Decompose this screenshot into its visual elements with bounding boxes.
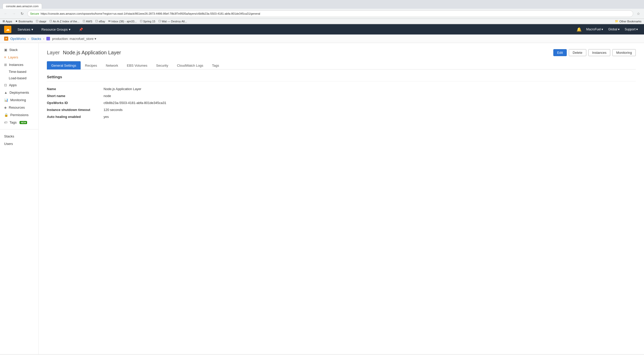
back-button[interactable]: ← (3, 11, 9, 17)
pin-button[interactable]: 📌 (77, 26, 85, 33)
stack-name[interactable]: production: macrofuel_store ▾ (52, 37, 96, 41)
sidebar-item-stacks-bottom[interactable]: Stacks (0, 133, 38, 140)
bookmark-inbox[interactable]: ✉ Inbox (38) - ajm33... (108, 20, 137, 23)
reload-button[interactable]: ↻ (19, 11, 25, 17)
sidebar-item-deployments[interactable]: ▲ Deployments (0, 89, 38, 96)
breadcrumb-sep-1: › (28, 37, 29, 41)
sidebar-label-stack: Stack (9, 48, 18, 52)
breadcrumb-sep-2: › (43, 37, 44, 41)
url-text: https://console.aws.amazon.com/opsworks/… (41, 12, 630, 15)
secure-indicator: Secure (30, 12, 39, 15)
tab-ebs[interactable]: EBS Volumes (123, 61, 152, 70)
support-menu[interactable]: Support ▾ (623, 27, 640, 32)
services-chevron: ▾ (31, 28, 33, 31)
value-shortname: node (104, 94, 111, 98)
tab-tags[interactable]: Tags (208, 61, 223, 70)
sidebar-item-resources[interactable]: ◈ Resources (0, 104, 38, 111)
sidebar-item-permissions[interactable]: 🔒 Permissions (0, 111, 38, 119)
stacks-link[interactable]: Stacks (31, 37, 41, 41)
tab-cloudwatch[interactable]: CloudWatch Logs (173, 61, 208, 70)
settings-table: Name Node.js Application Layer Short nam… (47, 85, 636, 120)
services-label: Services (18, 28, 30, 31)
notification-bell[interactable]: 🔔 (575, 25, 583, 33)
label-autohealing: Auto healing enabled (47, 115, 104, 119)
sidebar-label-permissions: Permissions (10, 113, 29, 117)
active-tab[interactable]: console.aws.amazon.com (3, 3, 42, 9)
layer-actions: Edit Delete Instances Monitoring (553, 49, 636, 56)
layer-header: Layer Node.js Application Layer Edit Del… (47, 49, 636, 56)
bookmark-other[interactable]: 📁 Other Bookmarks (615, 20, 641, 23)
bookmark-aws[interactable]: ☐ AWS (83, 20, 92, 23)
edit-button[interactable]: Edit (553, 49, 567, 56)
bookmark-ebay[interactable]: ☐ eBay (95, 20, 105, 23)
stack-chevron: ▾ (95, 37, 96, 41)
main-content: Layer Node.js Application Layer Edit Del… (39, 43, 644, 354)
bookmark-bookmarks[interactable]: ★ Bookmarks (15, 20, 33, 23)
region-menu[interactable]: Global ▾ (606, 27, 622, 32)
bookmark-button[interactable]: ☆ (635, 11, 641, 17)
sidebar-item-time-based[interactable]: Time-based (0, 68, 38, 75)
layers-icon: ≡ (4, 55, 6, 59)
apps-icon: ⊡ (4, 83, 7, 87)
tags-icon: 🏷 (4, 120, 7, 124)
sidebar-label-monitoring: Monitoring (10, 98, 26, 102)
settings-row-autohealing: Auto healing enabled yes (47, 113, 636, 120)
bookmark-daapr[interactable]: ☐ daapr (36, 20, 46, 23)
region-label: Global (608, 28, 617, 31)
sidebar-item-load-based[interactable]: Load-based (0, 75, 38, 81)
account-label: MacroFuel (586, 28, 601, 31)
delete-button[interactable]: Delete (569, 49, 586, 56)
account-menu[interactable]: MacroFuel ▾ (584, 27, 605, 32)
nav-right: 🔔 MacroFuel ▾ Global ▾ Support ▾ (575, 25, 640, 33)
deployments-icon: ▲ (4, 91, 7, 94)
settings-row-shortname: Short name node (47, 92, 636, 99)
sidebar-item-apps[interactable]: ⊡ Apps (0, 81, 38, 89)
settings-row-opsworksid: OpsWorks ID c6b8b23a-5503-4181-abfa-801d… (47, 99, 636, 106)
bookmark-spring[interactable]: ☐ Spring 15 (140, 20, 155, 23)
label-opsworksid: OpsWorks ID (47, 101, 104, 105)
account-chevron: ▾ (601, 28, 603, 31)
sidebar-item-stack[interactable]: ▣ Stack (0, 46, 38, 54)
sidebar-label-apps: Apps (9, 83, 17, 87)
value-opsworksid: c6b8b23a-5503-4181-abfa-801de345ca31 (104, 101, 166, 105)
browser-toolbar: ← → ↻ Secure https://console.aws.amazon.… (0, 9, 644, 19)
resource-groups-chevron: ▾ (69, 28, 71, 31)
tab-general[interactable]: General Settings (47, 61, 81, 70)
sidebar-divider (0, 129, 38, 129)
layer-prefix: Layer (47, 50, 60, 56)
region-chevron: ▾ (618, 28, 620, 31)
sidebar-item-instances[interactable]: ⊞ Instances (0, 61, 38, 68)
label-shutdown: Instance shutdown timeout (47, 108, 104, 112)
opsworks-link[interactable]: OpsWorks (10, 37, 26, 41)
address-bar[interactable]: Secure https://console.aws.amazon.com/op… (27, 10, 633, 17)
tab-network[interactable]: Network (101, 61, 123, 70)
sidebar-label-instances: Instances (9, 63, 23, 67)
value-name: Node.js Application Layer (104, 87, 141, 91)
sidebar-label-layers: Layers (8, 55, 18, 59)
forward-button[interactable]: → (11, 11, 17, 17)
sidebar-label-users: Users (4, 142, 13, 146)
stack-icon: ▣ (4, 48, 7, 52)
bookmark-az[interactable]: ☐ An A-Z Index of the... (49, 20, 79, 23)
sidebar-item-layers[interactable]: ≡ Layers (0, 54, 38, 61)
sidebar-label-load-based: Load-based (9, 76, 27, 80)
sidebar-item-monitoring[interactable]: 📊 Monitoring (0, 96, 38, 104)
sidebar-label-time-based: Time-based (9, 70, 26, 74)
bookmark-wat[interactable]: ☐ Wat — Destroy All... (158, 20, 187, 23)
label-name: Name (47, 87, 104, 91)
sidebar-item-tags[interactable]: 🏷 Tags NEW (0, 119, 38, 126)
resource-groups-menu[interactable]: Resource Groups ▾ (39, 26, 73, 33)
settings-row-name: Name Node.js Application Layer (47, 85, 636, 92)
new-badge: NEW (20, 121, 27, 124)
bookmark-apps[interactable]: ⊞ Apps (3, 20, 12, 23)
tab-security[interactable]: Security (152, 61, 173, 70)
sidebar-item-users[interactable]: Users (0, 140, 38, 148)
tab-recipes[interactable]: Recipes (81, 61, 101, 70)
tabs-bar: General Settings Recipes Network EBS Vol… (47, 61, 636, 70)
monitoring-button[interactable]: Monitoring (612, 49, 636, 56)
services-menu[interactable]: Services ▾ (15, 26, 35, 33)
support-chevron: ▾ (636, 28, 638, 31)
instances-button[interactable]: Instances (588, 49, 611, 56)
sidebar-label-stacks-bottom: Stacks (4, 134, 14, 138)
layer-title: Node.js Application Layer (63, 50, 121, 56)
